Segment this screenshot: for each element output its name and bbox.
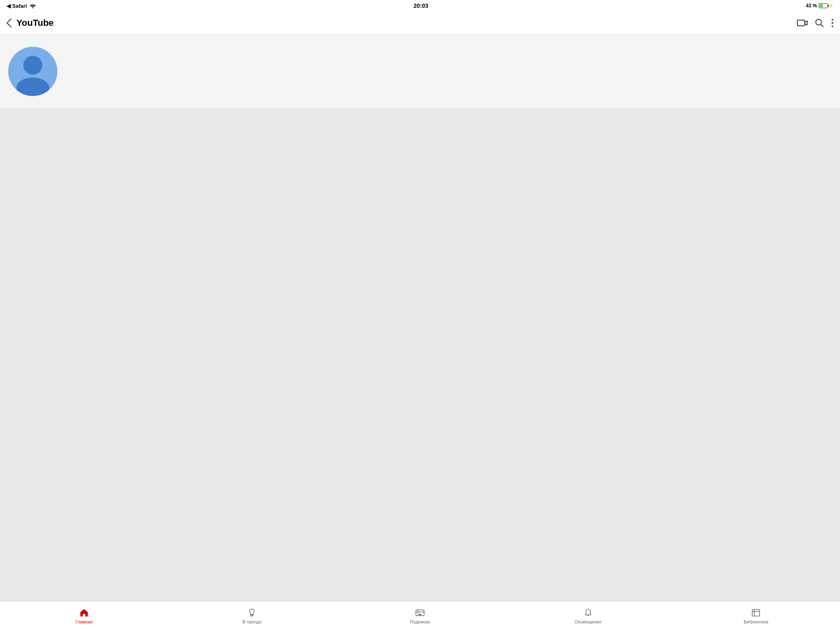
library-icon	[751, 608, 761, 618]
notifications-icon	[583, 608, 593, 618]
svg-rect-11	[752, 609, 760, 616]
status-time: 20:03	[413, 2, 428, 9]
svg-point-0	[32, 7, 33, 9]
camera-icon[interactable]	[797, 19, 808, 27]
battery-icon	[819, 3, 828, 8]
nav-item-subscriptions[interactable]: Подписки	[336, 605, 504, 628]
avatar	[8, 47, 57, 96]
nav-label-trending: В тренде	[242, 619, 261, 624]
trending-icon	[247, 608, 257, 618]
content-area	[0, 108, 840, 601]
nav-item-home[interactable]: Главная	[0, 605, 168, 628]
search-icon[interactable]	[815, 18, 824, 27]
charging-bolt-icon: ⚡	[829, 4, 833, 8]
bottom-nav: Главная В тренде Подписки	[0, 601, 840, 630]
battery-indicator: ⚡	[819, 3, 833, 8]
nav-label-home: Главная	[75, 619, 93, 624]
nav-item-library[interactable]: Библиотека	[672, 605, 840, 628]
app-title: YouTube	[16, 18, 797, 28]
back-button[interactable]	[7, 18, 11, 27]
nav-item-trending[interactable]: В тренде	[168, 605, 336, 628]
header-actions	[797, 18, 833, 27]
status-right: 43 % ⚡	[806, 3, 833, 9]
status-left: ◀ Safari	[7, 3, 36, 9]
app-header: YouTube	[0, 11, 840, 34]
avatar-head	[23, 56, 42, 75]
wifi-icon	[30, 3, 36, 8]
battery-fill	[819, 4, 823, 7]
battery-percent: 43 %	[806, 3, 817, 9]
profile-section	[0, 34, 840, 108]
home-icon	[79, 608, 89, 618]
nav-label-subscriptions: Подписки	[410, 619, 430, 624]
more-options-icon[interactable]	[831, 18, 833, 27]
nav-item-notifications[interactable]: Оповещения	[504, 605, 672, 628]
main-content	[0, 34, 840, 601]
safari-label: ◀ Safari	[7, 3, 27, 9]
status-bar: ◀ Safari 20:03 43 % ⚡	[0, 0, 840, 11]
svg-point-4	[832, 22, 833, 24]
svg-rect-1	[797, 20, 805, 26]
svg-point-5	[832, 25, 833, 27]
avatar-body	[16, 78, 49, 96]
nav-label-notifications: Оповещения	[575, 619, 602, 624]
nav-label-library: Библиотека	[744, 619, 768, 624]
subscriptions-icon	[415, 608, 425, 618]
svg-point-3	[832, 19, 833, 21]
